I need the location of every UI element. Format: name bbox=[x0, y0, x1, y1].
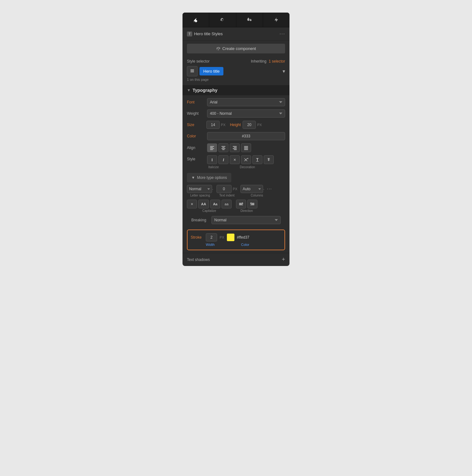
stroke-width-input[interactable]: 2 bbox=[206, 233, 217, 241]
columns-select[interactable]: Auto bbox=[240, 185, 263, 193]
stroke-color-swatch[interactable] bbox=[227, 234, 234, 241]
tab-interactions[interactable] bbox=[263, 13, 289, 27]
cube-icon bbox=[216, 47, 221, 51]
weight-select[interactable]: 400 - Normal bbox=[207, 109, 285, 118]
text-indent-input[interactable]: 0 bbox=[216, 185, 232, 193]
tab-effects[interactable] bbox=[236, 13, 263, 27]
svg-rect-2 bbox=[190, 72, 194, 72]
align-justify-button[interactable] bbox=[241, 143, 251, 152]
letter-spacing-dash: - bbox=[212, 187, 213, 191]
inheriting-text: Inheriting 1 selector bbox=[251, 59, 285, 64]
align-right-icon bbox=[233, 146, 237, 150]
letter-spacing-label: Letter spacing bbox=[190, 194, 210, 197]
tab-style[interactable] bbox=[183, 13, 209, 27]
stroke-width-sublabel[interactable]: Width bbox=[206, 243, 222, 246]
weight-label: Weight bbox=[187, 111, 205, 116]
capitalize-label: Capitalize bbox=[202, 209, 216, 213]
selector-row: Hero title ▾ bbox=[187, 66, 285, 76]
capitalize-upper-button[interactable]: AA bbox=[198, 200, 209, 208]
text-indent-group: 0 PX Text indent bbox=[216, 185, 238, 197]
italic-button[interactable]: I bbox=[218, 155, 228, 164]
size-unit: PX bbox=[221, 123, 226, 127]
superscript-icon bbox=[244, 158, 248, 162]
striketext-button[interactable]: T bbox=[264, 155, 274, 164]
page-count-label: 1 on this page bbox=[187, 76, 285, 83]
breaking-row: Breaking Normal bbox=[187, 214, 285, 226]
capitalize-direction-row: × AA Aa aa Capitalize bbox=[187, 200, 285, 213]
breaking-select[interactable]: Normal bbox=[211, 216, 281, 224]
align-left-icon bbox=[210, 146, 214, 150]
color-value-button[interactable]: #333 bbox=[207, 132, 285, 140]
align-right-button[interactable] bbox=[230, 143, 240, 152]
rtl-icon bbox=[250, 202, 255, 206]
typography-section-label: Typography bbox=[193, 88, 217, 93]
capitalize-btn-group: × AA Aa aa bbox=[187, 200, 232, 208]
add-text-shadow-button[interactable]: + bbox=[282, 256, 285, 263]
more-type-options-button[interactable]: ▼ More type options bbox=[187, 173, 231, 182]
letter-spacing-select[interactable]: Normal bbox=[187, 185, 212, 193]
svg-rect-1 bbox=[190, 70, 194, 71]
align-center-button[interactable] bbox=[218, 143, 228, 152]
align-justify-icon bbox=[244, 146, 248, 150]
extended-options: Normal - Letter spacing 0 PX Text indent… bbox=[183, 184, 289, 227]
strikethrough-button[interactable]: × bbox=[230, 155, 240, 164]
style-selector-label: Style selector bbox=[187, 59, 210, 64]
capitalize-lower-button[interactable]: aa bbox=[222, 200, 232, 208]
size-input[interactable]: 14 bbox=[206, 121, 220, 129]
tab-settings[interactable] bbox=[209, 13, 236, 27]
italicize-sublabel: Italicize bbox=[207, 165, 239, 169]
align-left-button[interactable] bbox=[207, 143, 217, 152]
decoration-sublabel: Decoration bbox=[240, 165, 265, 169]
letter-spacing-input-row: Normal - bbox=[187, 185, 213, 193]
gear-icon bbox=[220, 17, 225, 23]
capitalize-none-button[interactable]: × bbox=[187, 200, 197, 208]
font-row: Font Arial bbox=[183, 97, 289, 108]
font-label: Font bbox=[187, 100, 205, 104]
text-indent-input-row: 0 PX bbox=[216, 185, 238, 193]
size-input-group: 14 PX bbox=[206, 121, 226, 129]
capitalize-title-button[interactable]: Aa bbox=[210, 200, 220, 208]
styles-panel: T Hero title Styles ··· Create component… bbox=[183, 13, 289, 266]
letter-spacing-group: Normal - Letter spacing bbox=[187, 185, 213, 197]
columns-more-button[interactable]: ··· bbox=[266, 185, 273, 193]
stroke-color-value[interactable]: #ffed37 bbox=[237, 235, 250, 240]
hero-title-selector[interactable]: Hero title bbox=[199, 67, 223, 75]
stroke-sublabels: Width Color bbox=[191, 243, 281, 246]
direction-label: Direction bbox=[240, 209, 253, 213]
direction-rtl-button[interactable] bbox=[247, 200, 257, 208]
underline-button[interactable]: T bbox=[252, 155, 262, 164]
color-row: Color #333 bbox=[183, 130, 289, 142]
style-label: Style bbox=[187, 155, 205, 161]
columns-dash: - bbox=[263, 187, 264, 191]
breaking-label: Breaking bbox=[191, 218, 209, 222]
stroke-unit: PX bbox=[220, 235, 224, 239]
align-center-icon bbox=[221, 146, 226, 150]
layer-icon bbox=[190, 69, 194, 73]
inheriting-selector-link[interactable]: 1 selector bbox=[269, 59, 285, 64]
more-options-label: More type options bbox=[197, 175, 227, 180]
section-collapse-arrow: ▼ bbox=[187, 88, 191, 92]
size-height-row: Size 14 PX Height 20 PX bbox=[183, 119, 289, 130]
color-label: Color bbox=[187, 134, 205, 138]
create-component-button[interactable]: Create component bbox=[187, 44, 285, 53]
text-shadows-label: Text shadows bbox=[187, 257, 210, 262]
direction-ltr-button[interactable] bbox=[236, 200, 246, 208]
stroke-section: Stroke 2 PX #ffed37 Width Color bbox=[187, 230, 285, 250]
ext-inputs-row: Normal - Letter spacing 0 PX Text indent… bbox=[187, 185, 285, 197]
brush-icon bbox=[193, 17, 199, 23]
selector-dropdown-button[interactable]: ▾ bbox=[283, 68, 285, 74]
text-indent-unit: PX bbox=[233, 187, 238, 191]
panel-header: T Hero title Styles ··· bbox=[183, 27, 289, 41]
stroke-color-sublabel[interactable]: Color bbox=[241, 243, 260, 246]
baseline-button[interactable] bbox=[241, 155, 251, 164]
text-shadows-row: Text shadows + bbox=[183, 253, 289, 266]
typography-section-header[interactable]: ▼ Typography bbox=[183, 85, 289, 95]
font-select[interactable]: Arial bbox=[207, 98, 285, 106]
bold-button[interactable]: I bbox=[207, 155, 217, 164]
selector-type-button[interactable] bbox=[187, 66, 198, 76]
svg-rect-0 bbox=[190, 69, 194, 70]
text-indent-label: Text indent bbox=[219, 194, 234, 197]
panel-options-button[interactable]: ··· bbox=[279, 30, 285, 37]
height-input[interactable]: 20 bbox=[243, 121, 256, 129]
align-btn-group bbox=[207, 143, 251, 152]
